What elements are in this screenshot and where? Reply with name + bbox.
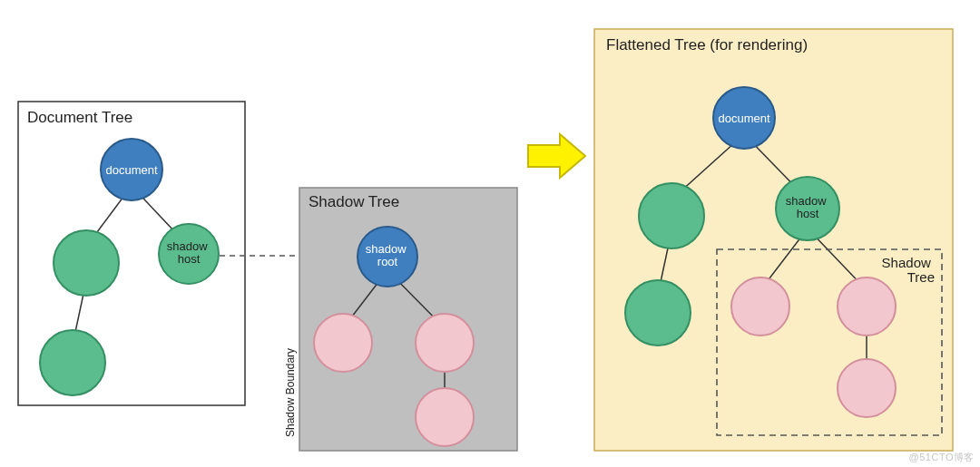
flattened-tree-panel: Flattened Tree (for rendering) Shadow Tr… bbox=[594, 29, 953, 451]
node-green-2 bbox=[40, 330, 105, 395]
flat-node-pink-3 bbox=[838, 359, 896, 417]
shadow-tree-title: Shadow Tree bbox=[309, 193, 399, 210]
svg-text:document: document bbox=[718, 112, 769, 125]
node-pink-3 bbox=[416, 388, 474, 446]
shadow-boundary-label: Shadow Boundary bbox=[284, 348, 297, 437]
svg-marker-14 bbox=[528, 134, 585, 178]
flat-node-green-1 bbox=[639, 183, 704, 248]
document-tree-panel: Document Tree document shadow host bbox=[18, 102, 245, 405]
node-shadow-root: shadow root bbox=[358, 227, 417, 287]
flat-node-green-2 bbox=[625, 280, 691, 345]
flat-node-shadow-host: shadow host bbox=[776, 177, 839, 240]
shadow-tree-panel: Shadow Tree Shadow Boundary shadow root bbox=[284, 188, 517, 451]
document-tree-title: Document Tree bbox=[27, 109, 132, 126]
flat-node-document: document bbox=[713, 87, 775, 149]
node-green-1 bbox=[54, 230, 119, 296]
watermark-text: @51CTO博客 bbox=[909, 451, 975, 464]
svg-text:document: document bbox=[105, 163, 157, 177]
node-document: document bbox=[101, 139, 162, 200]
node-shadow-host: shadow host bbox=[159, 224, 219, 284]
flatten-arrow-icon bbox=[528, 134, 585, 178]
flat-node-pink-1 bbox=[731, 277, 789, 336]
flattened-tree-title: Flattened Tree (for rendering) bbox=[606, 36, 808, 54]
node-pink-2 bbox=[416, 314, 474, 372]
flat-node-pink-2 bbox=[838, 277, 896, 336]
diagram-canvas: Document Tree document shadow host Shado… bbox=[0, 0, 980, 467]
node-pink-1 bbox=[314, 314, 372, 372]
